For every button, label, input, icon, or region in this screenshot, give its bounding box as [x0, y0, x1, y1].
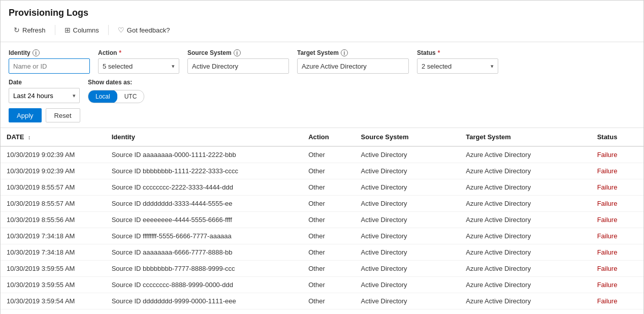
table-body: 10/30/2019 9:02:39 AM Source ID aaaaaaaa… [1, 146, 643, 314]
cell-target-system: Azure Active Directory [460, 261, 591, 277]
refresh-label: Refresh [22, 26, 46, 34]
cell-target-system: Azure Active Directory [460, 212, 591, 228]
reset-button[interactable]: Reset [46, 108, 80, 122]
cell-date: 10/30/2019 3:59:55 AM [1, 277, 106, 293]
cell-date: 10/30/2019 7:34:18 AM [1, 228, 106, 244]
table-row[interactable]: 10/30/2019 8:55:56 AM Source ID eeeeeeee… [1, 212, 643, 228]
cell-status: Failure [591, 277, 643, 293]
date-sort-icon: ↕ [28, 134, 31, 140]
cell-source-system: Active Directory [355, 244, 460, 261]
cell-status: Failure [591, 309, 643, 315]
cell-source-system: Active Directory [355, 196, 460, 212]
cell-action: Other [302, 309, 355, 315]
source-system-filter-group: Source System i Active Directory [187, 49, 289, 74]
apply-button[interactable]: Apply [9, 108, 42, 122]
feedback-button[interactable]: ♡ Got feedback? [113, 23, 175, 37]
action-select-value: 5 selected [103, 62, 133, 70]
cell-source-system: Active Directory [355, 212, 460, 228]
cell-source-system: Active Directory [355, 179, 460, 196]
cell-source-system: Active Directory [355, 277, 460, 293]
action-required-star: * [119, 49, 121, 56]
identity-filter-group: Identity i [9, 49, 90, 74]
page-title: Provisioning Logs [9, 8, 635, 18]
table-head: DATE ↕ Identity Action Source System Tar… [1, 128, 643, 146]
cell-action: Other [302, 146, 355, 163]
table-row[interactable]: 10/30/2019 9:02:39 AM Source ID bbbbbbbb… [1, 163, 643, 179]
show-dates-label: Show dates as: [88, 79, 144, 86]
cell-source-system: Active Directory [355, 293, 460, 309]
toggle-utc-button[interactable]: UTC [117, 90, 144, 103]
cell-action: Other [302, 293, 355, 309]
col-header-date[interactable]: DATE ↕ [1, 128, 106, 146]
target-system-info-icon[interactable]: i [341, 49, 348, 56]
date-label: Date [9, 79, 80, 86]
status-chevron-icon: ▾ [491, 63, 494, 70]
action-select[interactable]: 5 selected ▾ [98, 58, 179, 74]
cell-identity: Source ID dddddddd-9999-0000-1111-eee [106, 293, 303, 309]
status-label: Status * [417, 49, 498, 56]
cell-action: Other [302, 244, 355, 261]
toggle-group: Local UTC [88, 90, 144, 103]
toolbar-divider-1 [55, 25, 55, 35]
cell-source-system: Active Directory [355, 146, 460, 163]
target-system-input: Azure Active Directory [297, 58, 409, 74]
cell-date: 10/30/2019 7:34:18 AM [1, 244, 106, 261]
cell-status: Failure [591, 261, 643, 277]
status-select-value: 2 selected [422, 62, 452, 70]
cell-target-system: Azure Active Directory [460, 146, 591, 163]
date-row: Date Last 24 hours Last 7 days Last 30 d… [9, 79, 635, 103]
cell-source-system: Active Directory [355, 261, 460, 277]
table-row[interactable]: 10/30/2019 7:34:18 AM Source ID aaaaaaaa… [1, 244, 643, 261]
source-system-label: Source System i [187, 49, 289, 56]
table-row[interactable]: 10/30/2019 7:34:18 AM Source ID ffffffff… [1, 228, 643, 244]
cell-target-system: Azure Active Directory [460, 163, 591, 179]
provisioning-logs-table: DATE ↕ Identity Action Source System Tar… [1, 128, 643, 314]
date-select[interactable]: Last 24 hours Last 7 days Last 30 days C… [9, 88, 80, 103]
identity-info-icon[interactable]: i [33, 49, 40, 56]
table-row[interactable]: 10/30/2019 8:55:57 AM Source ID cccccccc… [1, 179, 643, 196]
table-row[interactable]: 10/30/2019 3:59:54 AM Source ID dddddddd… [1, 293, 643, 309]
col-header-status: Status [591, 128, 643, 146]
cell-status: Failure [591, 163, 643, 179]
date-filter-group: Date Last 24 hours Last 7 days Last 30 d… [9, 79, 80, 103]
cell-target-system: Azure Active Directory [460, 196, 591, 212]
cell-action: Other [302, 163, 355, 179]
table-row[interactable]: 10/30/2019 9:02:39 AM Source ID aaaaaaaa… [1, 146, 643, 163]
cell-source-system: Active Directory [355, 228, 460, 244]
action-chevron-icon: ▾ [172, 63, 175, 70]
cell-action: Other [302, 261, 355, 277]
columns-button[interactable]: ⊞ Columns [59, 23, 104, 37]
columns-label: Columns [73, 26, 99, 34]
table-row[interactable]: 10/30/2019 3:06:27 AM Source ID eeeeeeee… [1, 309, 643, 315]
status-required-star: * [438, 49, 440, 56]
col-header-target: Target System [460, 128, 591, 146]
cell-status: Failure [591, 228, 643, 244]
action-label: Action * [98, 49, 179, 56]
source-system-value: Active Directory [192, 62, 238, 70]
action-filter-group: Action * 5 selected ▾ [98, 49, 179, 74]
cell-identity: Source ID dddddddd-3333-4444-5555-ee [106, 196, 303, 212]
cell-action: Other [302, 212, 355, 228]
cell-action: Other [302, 196, 355, 212]
col-header-identity: Identity [106, 128, 303, 146]
refresh-button[interactable]: ↻ Refresh [9, 23, 51, 37]
cell-action: Other [302, 179, 355, 196]
cell-date: 10/30/2019 8:55:56 AM [1, 212, 106, 228]
identity-input[interactable] [9, 58, 90, 74]
cell-status: Failure [591, 244, 643, 261]
cell-source-system: Active Directory [355, 309, 460, 315]
cell-target-system: Azure Active Directory [460, 309, 591, 315]
cell-target-system: Azure Active Directory [460, 277, 591, 293]
toggle-local-button[interactable]: Local [88, 90, 117, 103]
status-select[interactable]: 2 selected ▾ [417, 58, 498, 74]
actions-row: Apply Reset [9, 108, 635, 122]
toolbar: ↻ Refresh ⊞ Columns ♡ Got feedback? [9, 23, 635, 37]
cell-action: Other [302, 228, 355, 244]
table-row[interactable]: 10/30/2019 3:59:55 AM Source ID cccccccc… [1, 277, 643, 293]
cell-date: 10/30/2019 8:55:57 AM [1, 196, 106, 212]
show-dates-group: Show dates as: Local UTC [88, 79, 144, 103]
table-row[interactable]: 10/30/2019 3:59:55 AM Source ID bbbbbbbb… [1, 261, 643, 277]
table-row[interactable]: 10/30/2019 8:55:57 AM Source ID dddddddd… [1, 196, 643, 212]
cell-identity: Source ID bbbbbbbb-1111-2222-3333-cccc [106, 163, 303, 179]
source-system-info-icon[interactable]: i [234, 49, 241, 56]
